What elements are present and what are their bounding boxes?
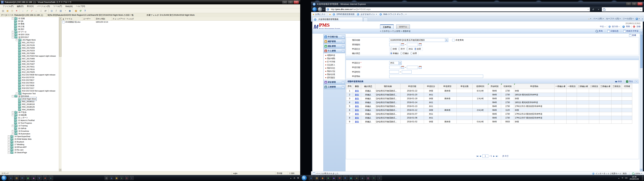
app-icon-4[interactable]: ▣ [26,176,30,180]
column-申请次数[interactable]: 申请次数 [457,84,472,89]
stop-icon[interactable]: × [596,7,601,12]
tray-icon-▴[interactable]: ▴ [290,177,292,179]
logout-link[interactable]: 注销 [636,25,640,28]
tray-icon-あ[interactable]: あ [293,177,296,179]
working-folder-icon[interactable]: ▦ [74,9,78,13]
vss-title-bar[interactable]: V RakutenQA (192.168.11.188 上) - Visual … [0,0,300,4]
calendar-icon[interactable] [401,66,404,69]
ie-icon[interactable]: e [309,176,314,180]
menu-ヘルプ(H)[interactable]: ヘルプ(H) [75,4,86,8]
cell-删除[interactable]: 删除 [353,104,361,108]
app-icon-10[interactable]: ◈ [360,176,365,180]
column-申请区分[interactable]: 申请区分 [424,84,438,89]
tree-item[interactable]: R02_20180118 [0,103,62,106]
start-button[interactable]: ⊞ [1,175,7,181]
app-icon-11[interactable]: ▣ [114,176,118,180]
period-from-input[interactable] [389,43,400,46]
file-column-3[interactable]: チェックアウト フォルダ [112,17,300,20]
mail-app-icon[interactable]: ✉ [20,176,25,180]
project-tree[interactable]: +02 見積03 QA04 環境05 計画06 設計+07 データ+08 実行 … [0,17,62,171]
kubun-radio-外出[interactable] [406,48,408,50]
column-代理者[interactable]: 代理者 [622,84,632,89]
ie-title-bar[interactable]: e 大连华信项目管理系统 - Windows Internet Explorer… [311,2,644,7]
entry-time-to-input[interactable] [402,70,412,74]
search-input[interactable]: ▼ [602,7,643,12]
tree-item[interactable]: +08 実行 2016 [0,33,62,36]
new-button[interactable]: 新建 [629,34,636,37]
kubun-radio-全部[interactable] [414,48,416,50]
tree-item[interactable]: +14 OpenSuperDeal [0,135,62,138]
menu-item-我的日志[interactable]: 我的日志 [324,66,345,70]
get-latest-icon[interactable]: ↓ [21,9,25,13]
delete-link[interactable]: 删除 [355,113,359,115]
scroll-up-icon[interactable]: ▲ [59,17,62,20]
menu-item-我的考勤[interactable]: 我的考勤 [324,57,345,60]
expand-icon[interactable]: + [8,138,10,140]
calendar-icon[interactable] [419,66,422,69]
help-icon[interactable]: ? [83,9,87,13]
scroll-up-icon[interactable]: ▲ [640,32,643,34]
column-项目名称[interactable]: 项目名称 [375,84,400,89]
tree-item[interactable]: +16 Buyback [0,140,62,143]
favorites-button[interactable]: ★ お気に入り [312,13,325,16]
taskbar-clock[interactable]: 18:36 2018/01/29 [628,176,640,180]
entry-date-from-input[interactable] [389,66,400,69]
undo-checkout-icon[interactable]: ← [34,9,38,13]
export-button[interactable]: X导出 [626,80,633,83]
app-icon-12[interactable]: ✦ [372,176,376,180]
recent-pages-icon[interactable]: ▼ [323,9,324,10]
history-checkbox[interactable] [452,39,455,42]
collapse-icon[interactable]: − [12,36,14,38]
tab-工作平台[interactable]: 工作平台 [380,24,394,29]
app-icon-11[interactable]: ▥ [366,176,370,180]
tree-item[interactable]: R07_20170406 [0,57,62,60]
expand-icon[interactable]: + [12,133,14,135]
column-请假时间[interactable]: 请假时间 [472,84,488,89]
page-scrollbar[interactable]: ▲ ▼ [640,32,643,171]
cell-删除[interactable]: 删除 [353,89,361,93]
app-icon-8[interactable]: ● [48,176,53,180]
action-特殊补卡申请[interactable]: 特殊补卡申请 [623,30,638,32]
chevron-down-icon[interactable]: ▼ [342,40,344,43]
column-二级确认者[interactable]: 二级确认者 [577,84,589,89]
menu-section-评价管理[interactable]: ▣评价管理▼ [324,80,345,84]
app-icon-10[interactable]: ◈ [110,176,114,180]
tab-管理平台[interactable]: 管理平台 [396,24,410,29]
command-overflow-icon[interactable]: » [642,18,643,20]
menu-item-我的实绩[interactable]: 我的实绩 [324,73,345,76]
expand-icon[interactable]: + [8,152,10,154]
file-row[interactable]: 2018夜勤計画.xlsx18/01/29 10:14 [62,20,300,24]
column-三级确认者[interactable]: 三级确认者 [600,84,612,89]
tree-item[interactable]: 13 Test Progress [0,122,62,124]
column-申请类型[interactable]: 申请类型 [438,84,457,89]
tree-item[interactable]: 06 設計 [0,28,62,30]
forward-button[interactable]: → [318,7,322,12]
chevron-down-icon[interactable]: ▼ [342,86,344,88]
menu-item-我的计划[interactable]: 我的计划 [324,70,345,73]
expand-icon[interactable]: + [8,144,10,146]
menu-ツール(T)[interactable]: ツール(T) [52,4,64,8]
edit-file-icon[interactable]: / [54,9,58,13]
tree-item[interactable]: R02_20170126 [0,44,62,46]
tree-item[interactable]: +2017Night Work [0,38,62,41]
tree-item[interactable]: R06_20170323 Not support night release [0,55,62,57]
file-list[interactable]: ▲ ファイルユーザー日付と時刻チェックアウト フォルダ 2018夜勤計画.xls… [62,17,300,171]
refresh-icon[interactable]: ↺ [591,7,595,12]
ime-language-indicator[interactable]: CH [625,177,628,179]
back-button[interactable]: ← [312,7,317,12]
refresh-icon[interactable]: ↺ [78,9,82,13]
tree-item[interactable]: R11_20170516 [0,68,62,71]
chevron-up-icon[interactable]: ▲ [342,50,344,52]
tree-item[interactable]: 15 GitPub [0,127,62,130]
ie-icon[interactable]: e [8,176,13,180]
app-icon-6[interactable]: M [337,176,342,180]
app-icon-6[interactable]: V [37,176,42,180]
label-version-icon[interactable]: ◷ [10,9,14,13]
tree-item[interactable]: R03_20170209 [0,46,62,49]
tree-item[interactable]: R14 20170720 [0,76,62,79]
entry-kubun-select[interactable]: 外出▼ [389,61,402,65]
menu-item-考勤申请[interactable]: 考勤申请 [324,54,345,57]
tree-item[interactable]: +Regression Test [0,92,62,95]
tree-item[interactable]: R04_20170223 [0,49,62,52]
menu-section-工程管理[interactable]: ▣工程管理▼ [324,85,345,89]
